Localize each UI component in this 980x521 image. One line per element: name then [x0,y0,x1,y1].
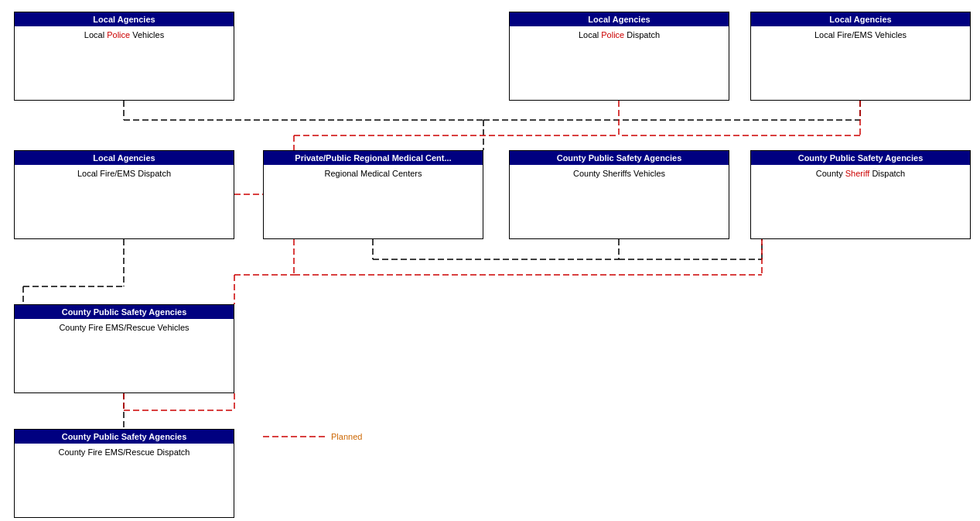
node-county-sheriffs-vehicles-body: County Sheriffs Vehicles [510,165,729,182]
node-county-fire-ems-rescue-dispatch-body: County Fire EMS/Rescue Dispatch [15,444,234,461]
node-local-police-vehicles-header: Local Agencies [15,12,234,26]
node-county-fire-ems-rescue-vehicles-header: County Public Safety Agencies [15,305,234,319]
node-local-fire-ems-dispatch-header: Local Agencies [15,151,234,165]
node-local-police-dispatch-body: Local Police Dispatch [510,26,729,43]
legend-planned-label: Planned [331,432,362,441]
node-county-fire-ems-rescue-dispatch: County Public Safety Agencies County Fir… [14,429,234,518]
node-county-sheriffs-vehicles-header: County Public Safety Agencies [510,151,729,165]
diagram-container: Local Agencies Local Police Vehicles Loc… [0,0,980,521]
node-local-police-vehicles: Local Agencies Local Police Vehicles [14,12,234,101]
legend-line-svg [263,432,325,441]
node-local-police-dispatch-header: Local Agencies [510,12,729,26]
node-local-police-vehicles-body: Local Police Vehicles [15,26,234,43]
node-local-fire-ems-dispatch: Local Agencies Local Fire/EMS Dispatch [14,150,234,239]
node-county-sheriffs-vehicles: County Public Safety Agencies County She… [509,150,729,239]
node-regional-medical-centers-header: Private/Public Regional Medical Cent... [264,151,483,165]
local-fire-ems-vehicles-label: Local Fire/EMS Vehicles [814,30,907,39]
legend: Planned [263,432,362,441]
node-regional-medical-centers-body: Regional Medical Centers [264,165,483,182]
node-regional-medical-centers: Private/Public Regional Medical Cent... … [263,150,483,239]
local-police-dispatch-label: Local Police Dispatch [579,30,660,39]
local-police-vehicles-label: Local Police Vehicles [84,30,164,39]
county-sheriff-dispatch-label: County Sheriff Dispatch [816,169,905,178]
node-county-sheriff-dispatch: County Public Safety Agencies County She… [750,150,971,239]
node-local-fire-ems-vehicles-body: Local Fire/EMS Vehicles [751,26,970,43]
node-local-police-dispatch: Local Agencies Local Police Dispatch [509,12,729,101]
node-county-sheriff-dispatch-body: County Sheriff Dispatch [751,165,970,182]
node-county-fire-ems-rescue-vehicles: County Public Safety Agencies County Fir… [14,304,234,393]
node-local-fire-ems-dispatch-body: Local Fire/EMS Dispatch [15,165,234,182]
node-county-sheriff-dispatch-header: County Public Safety Agencies [751,151,970,165]
node-county-fire-ems-rescue-vehicles-body: County Fire EMS/Rescue Vehicles [15,319,234,336]
node-local-fire-ems-vehicles: Local Agencies Local Fire/EMS Vehicles [750,12,971,101]
node-county-fire-ems-rescue-dispatch-header: County Public Safety Agencies [15,430,234,444]
node-local-fire-ems-vehicles-header: Local Agencies [751,12,970,26]
